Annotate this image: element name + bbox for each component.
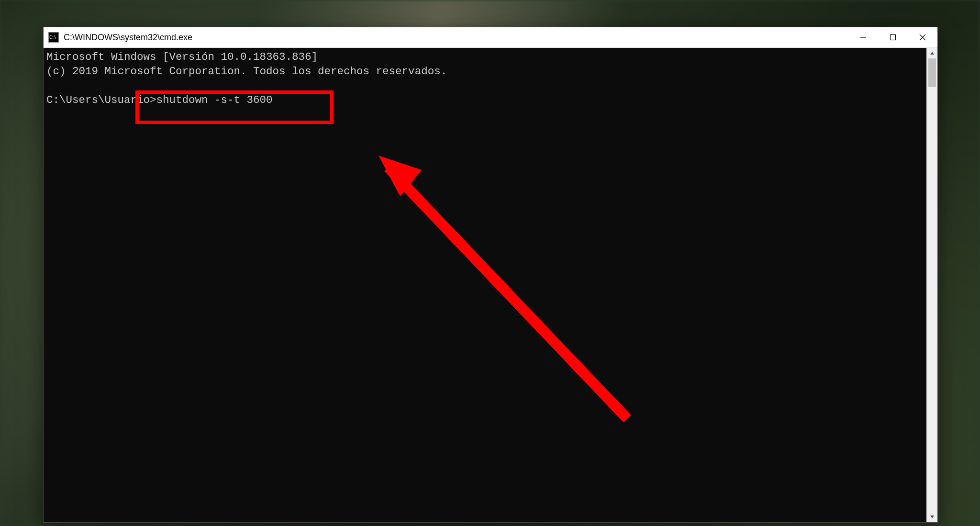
cmd-icon	[48, 32, 59, 43]
svg-marker-8	[930, 515, 934, 518]
svg-line-5	[388, 168, 627, 419]
console-line-version: Microsoft Windows [Versión 10.0.18363.83…	[46, 51, 318, 63]
console-output[interactable]: Microsoft Windows [Versión 10.0.18363.83…	[44, 48, 926, 522]
cmd-window: C:\WINDOWS\system32\cmd.exe Microsoft Wi…	[43, 27, 938, 523]
window-controls	[848, 27, 937, 47]
console-command: shutdown -s-t 3600	[156, 94, 273, 106]
svg-rect-1	[891, 35, 896, 40]
chevron-up-icon	[930, 51, 935, 56]
close-icon	[919, 34, 926, 41]
svg-marker-6	[379, 156, 422, 196]
maximize-button[interactable]	[878, 27, 908, 47]
vertical-scrollbar[interactable]	[926, 48, 937, 522]
scroll-thumb[interactable]	[928, 58, 936, 87]
minimize-icon	[860, 34, 867, 41]
maximize-icon	[890, 34, 896, 41]
scroll-up-button[interactable]	[927, 48, 937, 58]
console-line-copyright: (c) 2019 Microsoft Corporation. Todos lo…	[46, 65, 447, 78]
chevron-down-icon	[930, 515, 935, 519]
minimize-button[interactable]	[848, 27, 878, 47]
console-prompt: C:\Users\Usuario>	[46, 94, 156, 106]
titlebar[interactable]: C:\WINDOWS\system32\cmd.exe	[44, 27, 937, 48]
window-title: C:\WINDOWS\system32\cmd.exe	[64, 33, 848, 43]
scroll-down-button[interactable]	[927, 512, 937, 522]
annotation-arrow	[44, 48, 926, 522]
close-button[interactable]	[908, 27, 937, 47]
svg-marker-7	[930, 52, 934, 55]
client-area: Microsoft Windows [Versión 10.0.18363.83…	[44, 48, 937, 522]
